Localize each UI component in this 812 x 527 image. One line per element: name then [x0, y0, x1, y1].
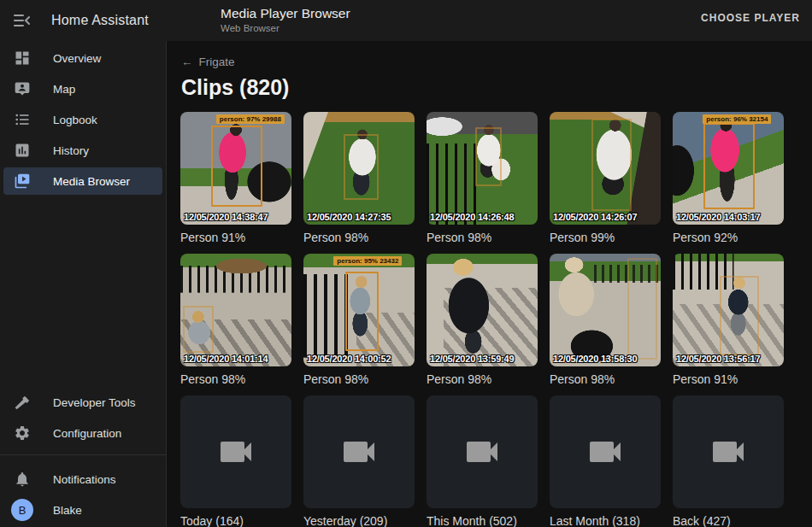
- sidebar-item-label: Media Browser: [53, 175, 130, 188]
- clip-timestamp: 12/05/2020 13:59:49: [430, 354, 514, 364]
- sidebar-item-history[interactable]: History: [3, 137, 162, 164]
- breadcrumb-back[interactable]: ← Frigate: [181, 56, 235, 68]
- clip-timestamp: 12/05/2020 14:01:14: [184, 354, 268, 364]
- detection-bounding-box: [720, 276, 760, 354]
- clip-thumbnail: 12/05/2020 14:26:48: [427, 112, 538, 225]
- page-title: Clips (820): [181, 75, 798, 100]
- sidebar-item-label: History: [53, 144, 89, 157]
- clip-label: Person 98%: [550, 372, 661, 386]
- back-arrow-icon: ←: [181, 56, 193, 68]
- clip-thumbnail: person: 95% 23432 12/05/2020 14:00:52: [303, 254, 415, 366]
- clip-timestamp: 12/05/2020 14:26:07: [553, 212, 637, 222]
- detection-bounding-box: [591, 119, 632, 211]
- clip-label: Person 98%: [427, 372, 538, 386]
- choose-player-button[interactable]: CHOOSE PLAYER: [701, 12, 800, 24]
- clip-card[interactable]: 12/05/2020 14:26:48 Person 98%: [427, 112, 538, 244]
- detection-bounding-box: [627, 258, 657, 360]
- clip-timestamp: 12/05/2020 14:26:48: [430, 212, 514, 222]
- account-location-icon: [14, 80, 31, 97]
- folder-card-this-month[interactable]: This Month (502): [427, 395, 538, 527]
- clip-timestamp: 12/05/2020 13:56:17: [676, 354, 760, 364]
- clips-grid: person: 97% 29988 12/05/2020 14:38:47 Pe…: [180, 112, 812, 527]
- view-dashboard-icon: [14, 50, 31, 67]
- app-header: Home Assistant Media Player Browser Web …: [0, 0, 812, 41]
- clip-card[interactable]: 12/05/2020 14:26:07 Person 99%: [550, 112, 661, 244]
- sidebar-item-map[interactable]: Map: [3, 75, 162, 102]
- folder-card-yesterday[interactable]: Yesterday (209): [303, 395, 415, 527]
- sidebar: Overview Map Logbook: [0, 41, 167, 527]
- clip-label: Person 98%: [303, 372, 415, 386]
- folder-thumbnail: [303, 395, 415, 508]
- sidebar-item-label: Logbook: [53, 114, 97, 126]
- folder-card-last-month[interactable]: Last Month (318): [550, 395, 661, 527]
- sidebar-item-label: Developer Tools: [53, 396, 136, 409]
- detection-chip: person: 95% 23432: [333, 256, 402, 266]
- clip-card[interactable]: person: 97% 29988 12/05/2020 14:38:47 Pe…: [180, 112, 291, 244]
- clip-thumbnail: person: 97% 29988 12/05/2020 14:38:47: [180, 112, 291, 225]
- folder-thumbnail: [180, 395, 291, 508]
- folder-label: Today (164): [180, 514, 291, 527]
- clip-thumbnail: 12/05/2020 13:59:49: [427, 254, 538, 366]
- sidebar-item-logbook[interactable]: Logbook: [3, 106, 162, 133]
- detection-bounding-box: [183, 306, 214, 353]
- folder-label: Yesterday (209): [303, 514, 415, 527]
- clip-card[interactable]: 12/05/2020 13:59:49 Person 98%: [427, 254, 538, 386]
- folder-thumbnail: [673, 395, 784, 508]
- detection-chip: person: 97% 29988: [216, 114, 285, 124]
- clip-thumbnail: 12/05/2020 14:01:14: [180, 254, 291, 366]
- clip-label: Person 98%: [427, 231, 538, 244]
- clip-label: Person 98%: [180, 372, 291, 386]
- clip-thumbnail: 12/05/2020 13:56:17: [673, 254, 784, 366]
- clip-timestamp: 12/05/2020 13:58:30: [553, 354, 637, 364]
- clip-card[interactable]: 12/05/2020 14:27:35 Person 98%: [303, 112, 415, 244]
- clip-card[interactable]: 12/05/2020 13:56:17 Person 91%: [673, 254, 784, 386]
- folder-label: Last Month (318): [550, 514, 661, 527]
- clip-thumbnail: 12/05/2020 13:58:30: [550, 254, 661, 366]
- sidebar-item-configuration[interactable]: Configuration: [3, 419, 162, 447]
- folder-thumbnail: [550, 395, 661, 508]
- videocam-icon: [462, 431, 503, 472]
- bell-icon: [14, 471, 31, 488]
- view-title-block: Media Player Browser Web Browser: [221, 6, 350, 33]
- detection-bounding-box: [345, 272, 379, 350]
- clip-card[interactable]: person: 96% 32154 12/05/2020 14:03:17 Pe…: [673, 112, 784, 244]
- sidebar-item-label: Map: [53, 83, 75, 96]
- clip-timestamp: 12/05/2020 14:03:17: [676, 212, 760, 222]
- clip-card[interactable]: 12/05/2020 13:58:30 Person 98%: [550, 254, 661, 386]
- sidebar-item-label: Notifications: [53, 473, 116, 486]
- clip-timestamp: 12/05/2020 14:27:35: [307, 212, 391, 222]
- clip-thumbnail: person: 96% 32154 12/05/2020 14:03:17: [673, 112, 784, 225]
- clip-timestamp: 12/05/2020 14:00:52: [307, 354, 391, 364]
- clip-thumbnail: 12/05/2020 14:26:07: [550, 112, 661, 225]
- clip-card[interactable]: 12/05/2020 14:01:14 Person 98%: [180, 254, 291, 386]
- app-title: Home Assistant: [51, 13, 149, 28]
- folder-card-back[interactable]: Back (427): [673, 395, 784, 527]
- sidebar-divider: [0, 454, 166, 455]
- sidebar-item-media-browser[interactable]: Media Browser: [3, 167, 162, 195]
- sidebar-item-overview[interactable]: Overview: [3, 44, 162, 72]
- detection-bounding-box: [211, 126, 262, 207]
- sidebar-toggle-icon[interactable]: [12, 10, 32, 31]
- videocam-icon: [585, 431, 626, 472]
- clip-label: Person 91%: [180, 231, 291, 244]
- breadcrumb-label: Frigate: [199, 56, 235, 68]
- detection-chip: person: 96% 32154: [703, 114, 771, 124]
- clip-label: Person 92%: [673, 231, 784, 244]
- media-browser-content: ← Frigate Clips (820) person: 97% 29988 …: [168, 41, 812, 527]
- play-box-multiple-icon: [14, 173, 31, 190]
- folder-thumbnail: [427, 395, 538, 508]
- gear-icon: [14, 425, 31, 442]
- sidebar-item-developer-tools[interactable]: Developer Tools: [3, 389, 162, 416]
- sidebar-item-label: Configuration: [53, 427, 121, 440]
- folder-card-today[interactable]: Today (164): [180, 395, 291, 527]
- clip-card[interactable]: person: 95% 23432 12/05/2020 14:00:52 Pe…: [303, 254, 415, 386]
- user-name: Blake: [53, 504, 82, 517]
- clip-label: Person 99%: [550, 231, 661, 244]
- sidebar-item-profile[interactable]: B Blake: [3, 496, 162, 524]
- view-title: Media Player Browser: [221, 6, 350, 21]
- detection-bounding-box: [475, 127, 502, 186]
- clip-label: Person 91%: [673, 372, 784, 386]
- sidebar-item-notifications[interactable]: Notifications: [3, 466, 162, 493]
- clip-timestamp: 12/05/2020 14:38:47: [184, 212, 268, 222]
- view-subtitle: Web Browser: [221, 23, 350, 33]
